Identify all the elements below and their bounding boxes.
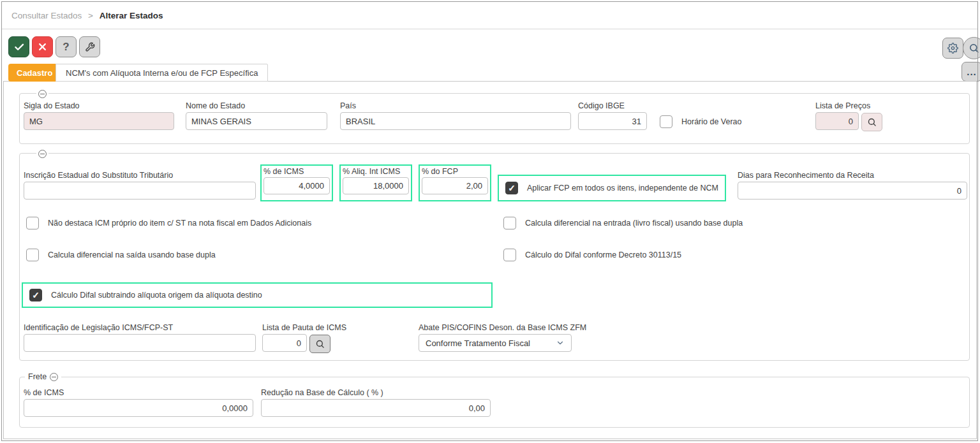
field-calc-entrada: Calcula diferencial na entrada (livro fi… [503, 217, 743, 229]
codigo-ibge-input[interactable] [578, 112, 647, 130]
field-nome-estado: Nome do Estado [186, 101, 327, 130]
pais-input[interactable] [340, 112, 571, 130]
checkbox-label: Calcula diferencial na saída usando base… [48, 251, 216, 259]
perc-icms-input[interactable] [264, 177, 330, 194]
field-difal-subtraindo: Cálculo Difal subtraindo alíquota origem… [23, 284, 491, 307]
wrench-icon [85, 42, 95, 52]
field-label: País [340, 101, 571, 110]
perc-aliq-int-icms-input[interactable] [343, 177, 409, 194]
collapse-icon[interactable] [50, 373, 58, 381]
highlight-aliq-int: % Aliq. Int ICMS [339, 164, 412, 201]
lista-precos-input[interactable] [815, 112, 859, 130]
field-label: % Aliq. Int ICMS [343, 167, 409, 176]
cancel-button[interactable] [32, 36, 53, 57]
field-label: Redução na Base de Cálculo ( % ) [261, 388, 491, 397]
lista-precos-search-button[interactable] [861, 113, 882, 131]
field-aplicar-fcp: Aplicar FCP em todos os itens, independe… [499, 176, 725, 200]
difal-subtraindo-checkbox[interactable] [29, 289, 42, 301]
field-codigo-ibge: Código IBGE [578, 101, 647, 130]
select-value: Conforme Tratamento Fiscal [426, 338, 530, 348]
field-calc-decreto: Cálculo do Difal conforme Decreto 30113/… [503, 249, 681, 261]
highlight-aplicar-fcp: Aplicar FCP em todos os itens, independe… [498, 175, 726, 201]
frete-reducao-input[interactable] [261, 399, 491, 417]
search-button[interactable] [963, 37, 980, 59]
field-abate-pis-cofins: Abate PIS/COFINS Deson. da Base ICMS ZFM… [419, 323, 572, 352]
field-lista-pauta: Lista de Pauta de ICMS [262, 323, 307, 352]
breadcrumb-separator: > [88, 11, 93, 20]
abate-pis-cofins-select[interactable]: Conforme Tratamento Fiscal [419, 334, 572, 352]
page-title: Alterar Estados [100, 11, 163, 20]
breadcrumb: Consultar Estados > Alterar Estados [11, 11, 163, 20]
field-label: Lista de Pauta de ICMS [262, 323, 307, 332]
field-frete-reducao: Redução na Base de Cálculo ( % ) [261, 388, 491, 417]
lista-pauta-input[interactable] [262, 334, 307, 352]
more-options-button[interactable]: ... [961, 62, 980, 82]
field-label: Sigla do Estado [24, 101, 174, 110]
section-tax: Inscrição Estadual do Substituto Tributá… [19, 153, 970, 361]
checkbox-label: Aplicar FCP em todos os itens, independe… [527, 184, 718, 192]
field-label: Lista de Preços [815, 101, 859, 110]
checkbox-label: Cálculo do Difal conforme Decreto 30113/… [525, 251, 681, 259]
field-label: Código IBGE [578, 101, 647, 110]
field-inscricao-estadual: Inscrição Estadual do Substituto Tributá… [24, 171, 256, 200]
field-label: % do FCP [422, 167, 488, 176]
sigla-estado-input[interactable] [24, 112, 174, 130]
field-sigla-estado: Sigla do Estado [24, 101, 174, 130]
lista-pauta-search-button[interactable] [309, 335, 330, 353]
collapse-icon[interactable] [38, 90, 47, 98]
horario-verao-checkbox[interactable] [660, 115, 672, 128]
help-button[interactable]: ? [56, 36, 77, 57]
search-icon [315, 339, 325, 349]
frete-legend: Frete [25, 372, 61, 381]
x-icon [38, 42, 47, 52]
field-pais: País [340, 101, 571, 130]
nao-destaca-checkbox[interactable] [26, 217, 39, 229]
field-identificacao-legislacao: Identificação de Legislação ICMS/FCP-ST [24, 323, 256, 352]
inscricao-estadual-input[interactable] [24, 182, 256, 200]
highlight-fcp: % do FCP [419, 164, 491, 201]
tools-button[interactable] [79, 36, 100, 57]
highlight-difal-subtraindo: Cálculo Difal subtraindo alíquota origem… [22, 282, 493, 308]
calc-entrada-checkbox[interactable] [503, 217, 516, 229]
tab-ncm-aliquota[interactable]: NCM's com Alíquota Interna e/ou de FCP E… [56, 64, 268, 82]
perc-fcp-input[interactable] [422, 177, 488, 194]
field-calc-saida: Calcula diferencial na saída usando base… [26, 249, 216, 261]
field-lista-precos: Lista de Preços [815, 101, 859, 130]
checkbox-label: Calcula diferencial na entrada (livro fi… [525, 219, 743, 228]
field-label: Dias para Reconhecimento da Receita [738, 171, 967, 180]
checkbox-label: Cálculo Difal subtraindo alíquota origem… [51, 291, 262, 300]
field-label: % de ICMS [264, 167, 330, 176]
frete-legend-label: Frete [28, 372, 47, 381]
content-panel: Sigla do Estado Nome do Estado País Códi… [3, 81, 977, 439]
field-label: Identificação de Legislação ICMS/FCP-ST [24, 323, 256, 332]
tab-cadastro[interactable]: Cadastro [8, 64, 61, 82]
field-nao-destaca: Não destaca ICM próprio do item c/ ST na… [26, 217, 311, 229]
aplicar-fcp-checkbox[interactable] [505, 182, 518, 194]
check-icon [13, 41, 25, 53]
collapse-icon[interactable] [38, 150, 47, 158]
field-horario-verao: Horário de Verao [660, 115, 742, 128]
calc-decreto-checkbox[interactable] [503, 249, 516, 261]
frete-perc-icms-input[interactable] [24, 399, 253, 417]
chevron-down-icon [556, 338, 565, 347]
highlight-icms: % de ICMS [260, 164, 333, 201]
question-icon: ? [63, 41, 69, 54]
field-dias-reconhecimento: Dias para Reconhecimento da Receita [738, 171, 967, 200]
settings-button[interactable] [942, 38, 963, 59]
field-label: Inscrição Estadual do Substituto Tributá… [24, 171, 256, 180]
field-label: Nome do Estado [186, 101, 327, 110]
field-label: Abate PIS/COFINS Deson. da Base ICMS ZFM [419, 323, 572, 332]
gear-icon [947, 43, 958, 54]
checkbox-label: Horário de Verao [681, 117, 742, 126]
header-divider [2, 29, 978, 29]
field-label: % de ICMS [24, 388, 253, 397]
ellipsis-icon: ... [967, 69, 977, 75]
calc-saida-checkbox[interactable] [26, 249, 39, 261]
identificacao-legislacao-input[interactable] [24, 334, 256, 352]
dias-reconhecimento-input[interactable] [738, 182, 967, 200]
field-frete-icms: % de ICMS [24, 388, 253, 417]
nome-estado-input[interactable] [186, 112, 327, 130]
section-frete: Frete % de ICMS Redução na Base de Cálcu… [19, 377, 970, 428]
breadcrumb-parent[interactable]: Consultar Estados [11, 11, 82, 20]
confirm-button[interactable] [8, 36, 29, 57]
